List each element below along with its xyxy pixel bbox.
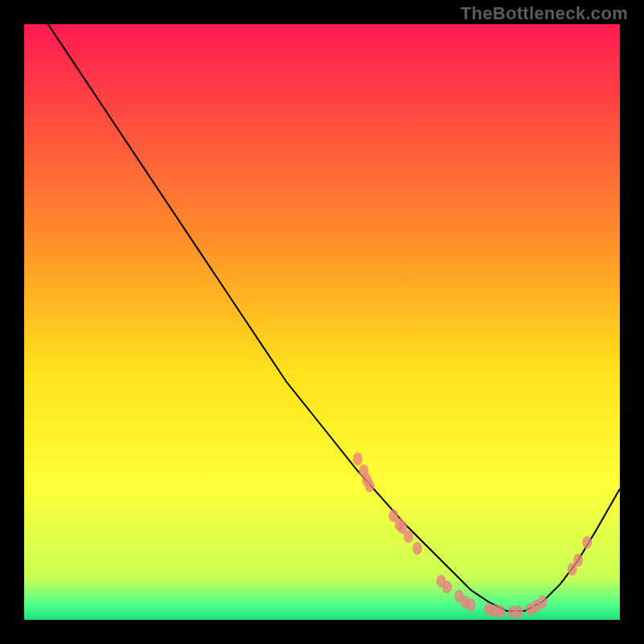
- data-point: [365, 480, 374, 493]
- data-point: [403, 530, 413, 543]
- data-point: [514, 605, 523, 618]
- data-point: [466, 599, 476, 612]
- watermark-text: TheBottleneck.com: [460, 3, 628, 24]
- chart-svg: [24, 24, 620, 620]
- data-point: [496, 605, 506, 618]
- chart-container: TheBottleneck.com: [0, 0, 644, 644]
- data-point: [538, 596, 547, 609]
- data-point: [442, 580, 452, 593]
- data-point: [353, 452, 362, 465]
- data-point: [582, 536, 592, 549]
- heatmap-background: [24, 24, 620, 620]
- data-point: [412, 542, 422, 555]
- plot-area: [24, 24, 620, 620]
- data-point: [573, 554, 583, 567]
